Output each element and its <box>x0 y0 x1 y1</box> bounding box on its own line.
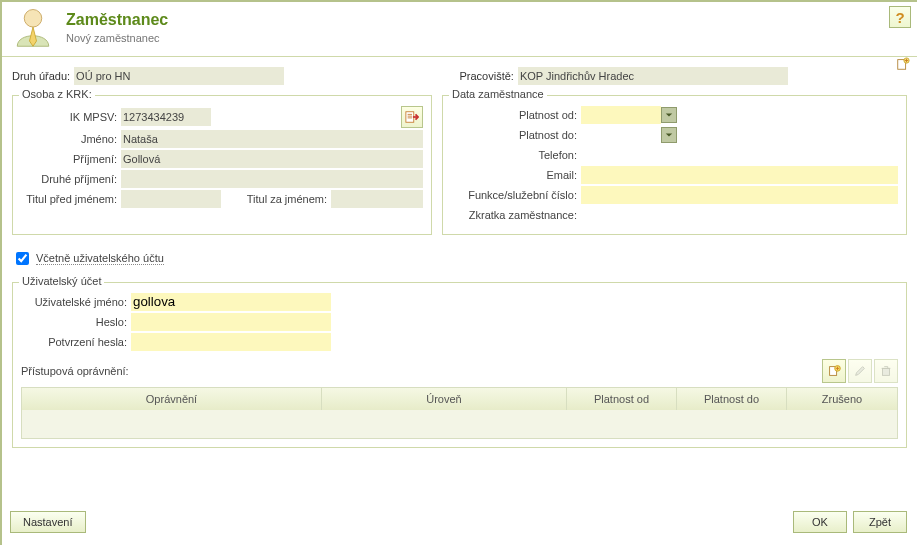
zkratka-label: Zkratka zaměstnance: <box>451 209 581 221</box>
uziv-jmeno-input[interactable] <box>131 293 331 311</box>
telefon-label: Telefon: <box>451 149 581 161</box>
titul-za-value <box>331 190 423 208</box>
potvrzeni-hesla-input[interactable] <box>131 333 331 351</box>
druhe-prijmeni-value <box>121 170 423 188</box>
heslo-label: Heslo: <box>21 316 131 328</box>
include-account-label[interactable]: Včetně uživatelského účtu <box>36 252 164 265</box>
col-platnost-do: Platnost do <box>677 388 787 410</box>
platnost-do-dropdown[interactable] <box>661 127 677 143</box>
header: Zaměstnanec Nový zaměstnanec ? <box>2 2 917 57</box>
topline: Druh úřadu: OÚ pro HN Pracoviště: KOP Ji… <box>2 67 917 85</box>
email-label: Email: <box>451 169 581 181</box>
perm-delete-button[interactable] <box>874 359 898 383</box>
druh-uradu-label: Druh úřadu: <box>12 70 70 82</box>
svg-point-0 <box>24 10 42 28</box>
uziv-jmeno-label: Uživatelské jméno: <box>21 296 131 308</box>
prijmeni-value: Gollová <box>121 150 423 168</box>
funkce-label: Funkce/služební číslo: <box>451 189 581 201</box>
data-zamestnance-group: Data zaměstnance Platnost od: Platnost d… <box>442 95 907 235</box>
titul-za-label: Titul za jménem: <box>221 193 331 205</box>
help-button[interactable]: ? <box>889 6 911 28</box>
platnost-do-input[interactable] <box>581 126 661 144</box>
col-uroven: Úroveň <box>322 388 567 410</box>
ik-mpsv-value: 1273434239 <box>121 108 211 126</box>
zkratka-input[interactable] <box>581 206 641 224</box>
jmeno-label: Jméno: <box>21 133 121 145</box>
jmeno-value: Nataša <box>121 130 423 148</box>
data-zamestnance-legend: Data zaměstnance <box>449 88 547 100</box>
platnost-od-dropdown[interactable] <box>661 107 677 123</box>
ok-button[interactable]: OK <box>793 511 847 533</box>
nastaveni-button[interactable]: Nastavení <box>10 511 86 533</box>
svg-rect-6 <box>883 368 890 375</box>
help-icon: ? <box>895 9 904 26</box>
perm-add-button[interactable] <box>822 359 846 383</box>
employee-icon <box>12 6 54 48</box>
prijmeni-label: Příjmení: <box>21 153 121 165</box>
header-text: Zaměstnanec Nový zaměstnanec <box>66 11 168 44</box>
permissions-header: Oprávnění Úroveň Platnost od Platnost do… <box>22 388 897 410</box>
platnost-od-input[interactable] <box>581 106 661 124</box>
col-platnost-od: Platnost od <box>567 388 677 410</box>
krk-lookup-button[interactable] <box>401 106 423 128</box>
col-zruseno: Zrušeno <box>787 388 897 410</box>
pristup-opravneni-label: Přístupová oprávnění: <box>21 365 129 377</box>
potvrzeni-hesla-label: Potvrzení hesla: <box>21 336 131 348</box>
osoba-krk-group: Osoba z KRK: IK MPSV: 1273434239 Jméno: … <box>12 95 432 235</box>
include-account-row: Včetně uživatelského účtu <box>2 245 917 268</box>
titul-pred-value <box>121 190 221 208</box>
col-opravneni: Oprávnění <box>22 388 322 410</box>
platnost-do-label: Platnost do: <box>451 129 581 141</box>
perm-edit-button[interactable] <box>848 359 872 383</box>
svg-rect-3 <box>406 112 414 123</box>
page-title: Zaměstnanec <box>66 11 168 29</box>
titul-pred-label: Titul před jménem: <box>21 193 121 205</box>
heslo-input[interactable] <box>131 313 331 331</box>
osoba-krk-legend: Osoba z KRK: <box>19 88 95 100</box>
druhe-prijmeni-label: Druhé příjmení: <box>21 173 121 185</box>
page-subtitle: Nový zaměstnanec <box>66 32 168 44</box>
uzivatelsky-ucet-legend: Uživatelský účet <box>19 275 104 287</box>
pracoviste-label: Pracoviště: <box>460 70 514 82</box>
platnost-od-label: Platnost od: <box>451 109 581 121</box>
druh-uradu-value: OÚ pro HN <box>74 67 284 85</box>
new-action-button[interactable] <box>895 56 911 72</box>
footer: Nastavení OK Zpět <box>1 503 917 545</box>
telefon-input[interactable] <box>581 146 711 164</box>
email-input[interactable] <box>581 166 898 184</box>
ik-mpsv-label: IK MPSV: <box>21 111 121 123</box>
include-account-checkbox[interactable] <box>16 252 29 265</box>
zpet-button[interactable]: Zpět <box>853 511 907 533</box>
permissions-table[interactable]: Oprávnění Úroveň Platnost od Platnost do… <box>21 387 898 439</box>
uzivatelsky-ucet-group: Uživatelský účet Uživatelské jméno: Hesl… <box>12 282 907 448</box>
perms-toolbar <box>822 359 898 383</box>
pracoviste-value: KOP Jindřichův Hradec <box>518 67 788 85</box>
funkce-input[interactable] <box>581 186 898 204</box>
